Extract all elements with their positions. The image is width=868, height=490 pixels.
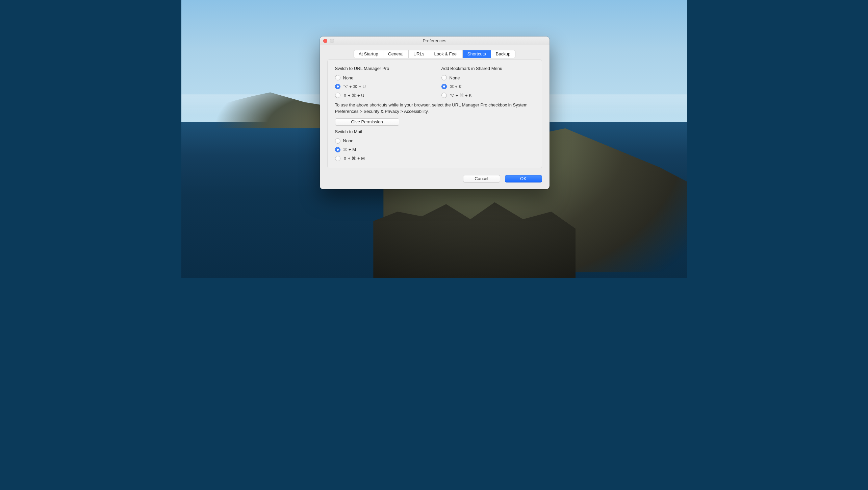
radio-icon[interactable] [335,156,340,161]
group-title-switch-mail: Switch to Mail [335,129,534,134]
tab-segmented-control: At Startup General URLs Look & Feel Shor… [354,50,515,58]
radio-icon[interactable] [335,147,340,152]
radio-icon[interactable] [441,84,447,89]
tab-shortcuts[interactable]: Shortcuts [463,50,491,58]
give-permission-button[interactable]: Give Permission [335,118,399,126]
radio-icon[interactable] [441,93,447,98]
dialog-footer: Cancel OK [320,173,550,189]
window-title: Preferences [423,38,446,43]
radio-label: ⌥ + ⌘ + K [450,93,472,98]
tab-backup[interactable]: Backup [491,50,515,58]
radio-label: ⇧ + ⌘ + U [343,93,364,98]
radio-label: None [343,75,354,80]
close-icon[interactable] [323,39,327,43]
group-add-bookmark: Add Bookmark in Shared Menu None ⌘ + K ⌥… [441,66,534,100]
radio-add-bookmark-opt-cmd-k[interactable]: ⌥ + ⌘ + K [441,91,534,100]
titlebar[interactable]: Preferences [320,36,550,45]
radio-label: None [450,75,460,80]
radio-switch-mail-cmd-m[interactable]: ⌘ + M [335,146,534,154]
radio-label: ⌘ + M [343,147,356,152]
radio-switch-mail-shift-cmd-m[interactable]: ⇧ + ⌘ + M [335,154,534,163]
accessibility-note: To use the above shortcuts while in your… [335,102,534,115]
tab-look-feel[interactable]: Look & Feel [429,50,462,58]
radio-switch-ump-none[interactable]: None [335,74,428,82]
radio-switch-ump-shift-cmd-u[interactable]: ⇧ + ⌘ + U [335,91,428,100]
preferences-window: Preferences At Startup General URLs Look… [320,36,550,189]
tab-at-startup[interactable]: At Startup [354,50,383,58]
desktop-wallpaper: www.MacW.com Preferences At Startup Gene… [181,0,687,278]
radio-icon[interactable] [441,75,447,80]
shortcuts-panel: Switch to URL Manager Pro None ⌥ + ⌘ + U… [327,59,542,168]
group-title-switch-ump: Switch to URL Manager Pro [335,66,428,71]
tab-general[interactable]: General [383,50,409,58]
group-switch-ump: Switch to URL Manager Pro None ⌥ + ⌘ + U… [335,66,428,100]
radio-add-bookmark-cmd-k[interactable]: ⌘ + K [441,82,534,91]
group-title-add-bookmark: Add Bookmark in Shared Menu [441,66,534,71]
group-switch-mail: Switch to Mail None ⌘ + M ⇧ + ⌘ + M [335,129,534,163]
radio-icon[interactable] [335,84,340,89]
tab-bar: At Startup General URLs Look & Feel Shor… [320,45,550,59]
radio-switch-ump-opt-cmd-u[interactable]: ⌥ + ⌘ + U [335,82,428,91]
radio-icon[interactable] [335,138,340,144]
tab-urls[interactable]: URLs [409,50,430,58]
minimize-icon[interactable] [330,39,334,43]
radio-label: ⌘ + K [450,84,462,89]
radio-icon[interactable] [335,75,340,80]
window-controls [323,39,334,43]
ok-button[interactable]: OK [505,175,542,182]
cancel-button[interactable]: Cancel [463,175,500,182]
radio-label: None [343,138,354,143]
radio-icon[interactable] [335,93,340,98]
radio-add-bookmark-none[interactable]: None [441,74,534,82]
radio-switch-mail-none[interactable]: None [335,137,534,146]
radio-label: ⌥ + ⌘ + U [343,84,366,89]
radio-label: ⇧ + ⌘ + M [343,156,365,161]
